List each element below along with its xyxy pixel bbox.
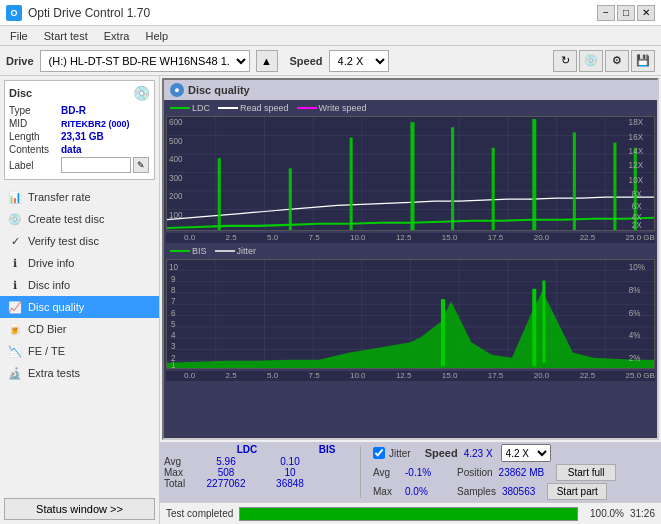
ldc-color xyxy=(170,107,190,109)
charts-area: LDC Read speed Write speed xyxy=(164,100,657,438)
mid-label: MID xyxy=(9,118,61,129)
svg-text:10X: 10X xyxy=(629,176,644,185)
ldc-col-header: LDC xyxy=(222,444,272,455)
svg-text:3: 3 xyxy=(171,342,176,351)
x-label-b2: 5.0 xyxy=(267,371,278,380)
svg-text:9: 9 xyxy=(171,275,176,284)
jitter-checkbox[interactable] xyxy=(373,447,385,459)
max-bis: 10 xyxy=(260,467,320,478)
max-label2: Max xyxy=(373,486,401,497)
disc-icon[interactable]: 💿 xyxy=(579,50,603,72)
x-label-5: 12.5 xyxy=(396,233,412,242)
bottom-chart-x-axis: 0.0 2.5 5.0 7.5 10.0 12.5 15.0 17.5 20.0… xyxy=(166,371,655,381)
svg-rect-15 xyxy=(218,158,221,230)
start-full-button[interactable]: Start full xyxy=(556,464,616,481)
settings-icon[interactable]: ⚙ xyxy=(605,50,629,72)
quality-panel-title: Disc quality xyxy=(188,84,250,96)
cd-bier-icon: 🍺 xyxy=(8,322,22,336)
nav-items: 📊 Transfer rate 💿 Create test disc ✓ Ver… xyxy=(0,186,159,384)
time-display: 31:26 xyxy=(630,508,655,519)
jitter-row: Jitter Speed 4.23 X 4.2 X xyxy=(373,444,616,462)
menu-help[interactable]: Help xyxy=(139,29,174,43)
disc-info-icon: ℹ xyxy=(8,278,22,292)
minimize-button[interactable]: − xyxy=(597,5,615,21)
x-label-b8: 20.0 xyxy=(534,371,550,380)
x-label-3: 7.5 xyxy=(308,233,319,242)
progress-percent: 100.0% xyxy=(584,508,624,519)
label-input[interactable] xyxy=(61,157,131,173)
svg-text:200: 200 xyxy=(169,192,183,201)
svg-text:16X: 16X xyxy=(629,133,644,142)
svg-text:600: 600 xyxy=(169,118,183,127)
svg-text:8: 8 xyxy=(171,286,176,295)
status-text: Test completed xyxy=(166,508,233,519)
length-label: Length xyxy=(9,131,61,142)
speed-select[interactable]: 4.2 X xyxy=(329,50,389,72)
svg-text:2X: 2X xyxy=(632,221,642,230)
sidebar-item-verify-test-disc[interactable]: ✓ Verify test disc xyxy=(0,230,159,252)
sidebar-item-cd-bier[interactable]: 🍺 CD Bier xyxy=(0,318,159,340)
svg-rect-22 xyxy=(573,132,576,230)
stats-ldc-bis: LDC BIS Avg 5.96 0.10 Max 508 10 Total 2… xyxy=(164,444,352,500)
menu-start-test[interactable]: Start test xyxy=(38,29,94,43)
svg-rect-16 xyxy=(289,168,292,230)
stats-col-headers: LDC BIS xyxy=(164,444,352,455)
stats-bar: LDC BIS Avg 5.96 0.10 Max 508 10 Total 2… xyxy=(160,442,661,502)
status-window-button[interactable]: Status window >> xyxy=(4,498,155,520)
maximize-button[interactable]: □ xyxy=(617,5,635,21)
max-jitter-row: Max 0.0% Samples 380563 Start part xyxy=(373,483,616,500)
empty-header xyxy=(164,444,192,455)
x-label-8: 20.0 xyxy=(534,233,550,242)
disc-panel-header: Disc 💿 xyxy=(9,85,150,101)
drive-select[interactable]: (H:) HL-DT-ST BD-RE WH16NS48 1.D3 xyxy=(40,50,250,72)
disc-length-row: Length 23,31 GB xyxy=(9,131,150,142)
refresh-icon[interactable]: ↻ xyxy=(553,50,577,72)
length-value: 23,31 GB xyxy=(61,131,104,142)
quality-panel-icon: ● xyxy=(170,83,184,97)
sidebar-item-fe-te[interactable]: 📉 FE / TE xyxy=(0,340,159,362)
close-button[interactable]: ✕ xyxy=(637,5,655,21)
max-jitter-val: 0.0% xyxy=(405,486,445,497)
sidebar-item-disc-info[interactable]: ℹ Disc info xyxy=(0,274,159,296)
menu-extra[interactable]: Extra xyxy=(98,29,136,43)
speed-select-stats[interactable]: 4.2 X xyxy=(501,444,551,462)
drive-info-icon: ℹ xyxy=(8,256,22,270)
svg-text:4: 4 xyxy=(171,331,176,340)
top-chart-legend: LDC Read speed Write speed xyxy=(166,102,655,114)
x-label-b5: 12.5 xyxy=(396,371,412,380)
bis-legend: BIS xyxy=(170,246,207,256)
start-part-button[interactable]: Start part xyxy=(547,483,607,500)
svg-rect-18 xyxy=(411,122,415,230)
write-legend: Write speed xyxy=(297,103,367,113)
svg-text:8X: 8X xyxy=(632,190,642,199)
avg-label: Avg xyxy=(164,456,192,467)
svg-text:14X: 14X xyxy=(629,147,644,156)
write-color xyxy=(297,107,317,109)
sidebar-item-drive-info[interactable]: ℹ Drive info xyxy=(0,252,159,274)
eject-button[interactable]: ▲ xyxy=(256,50,278,72)
svg-text:300: 300 xyxy=(169,174,183,183)
sidebar-item-extra-tests[interactable]: 🔬 Extra tests xyxy=(0,362,159,384)
sidebar-item-create-test-disc[interactable]: 💿 Create test disc xyxy=(0,208,159,230)
bottom-chart-legend: BIS Jitter xyxy=(166,245,655,257)
total-label: Total xyxy=(164,478,192,489)
write-label: Write speed xyxy=(319,103,367,113)
save-icon[interactable]: 💾 xyxy=(631,50,655,72)
svg-text:12X: 12X xyxy=(629,161,644,170)
label-edit-button[interactable]: ✎ xyxy=(133,157,149,173)
sidebar-item-disc-quality[interactable]: 📈 Disc quality xyxy=(0,296,159,318)
x-label-b10: 25.0 GB xyxy=(626,371,655,380)
titlebar-left: O Opti Drive Control 1.70 xyxy=(6,5,150,21)
type-label: Type xyxy=(9,105,61,116)
read-color xyxy=(218,107,238,109)
menu-file[interactable]: File xyxy=(4,29,34,43)
x-label-1: 2.5 xyxy=(225,233,236,242)
bottom-chart-svg: 10 9 8 7 6 5 4 3 2 1 10% 8% 6% xyxy=(167,260,654,368)
svg-rect-23 xyxy=(613,143,616,230)
sidebar-item-transfer-rate[interactable]: 📊 Transfer rate xyxy=(0,186,159,208)
svg-text:100: 100 xyxy=(169,211,183,220)
svg-rect-21 xyxy=(532,119,536,230)
bis-col-header: BIS xyxy=(302,444,352,455)
x-label-4: 10.0 xyxy=(350,233,366,242)
app-icon: O xyxy=(6,5,22,21)
